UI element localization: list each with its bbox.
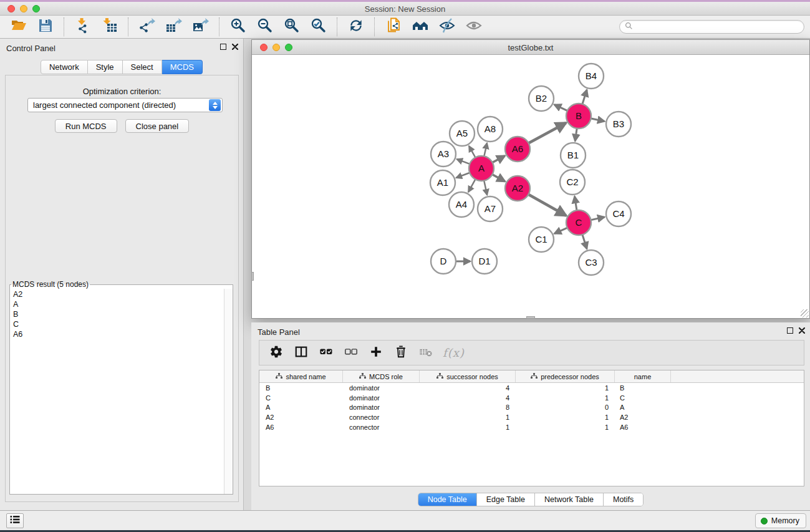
- graph-node-A[interactable]: A: [469, 156, 494, 181]
- column-header-successor-nodes[interactable]: successor nodes: [420, 370, 516, 382]
- network-bottom-scroll-nub[interactable]: [526, 316, 535, 319]
- table-close-panel-icon[interactable]: [799, 327, 805, 334]
- zoom-in-button[interactable]: [224, 17, 251, 37]
- tab-select[interactable]: Select: [123, 60, 162, 74]
- graph-node-A2[interactable]: A2: [505, 176, 530, 201]
- network-resize-grip[interactable]: [801, 309, 809, 317]
- export-network-button[interactable]: [133, 17, 160, 37]
- show-panels-button[interactable]: [6, 513, 24, 528]
- close-panel-icon[interactable]: [232, 44, 238, 50]
- zoom-fit-button[interactable]: [278, 17, 305, 37]
- table-cell[interactable]: dominator: [343, 394, 420, 402]
- table-cell[interactable]: C: [615, 394, 671, 402]
- table-cell[interactable]: A: [259, 404, 343, 411]
- graph-node-B2[interactable]: B2: [529, 86, 554, 111]
- table-cell[interactable]: 4: [420, 384, 516, 392]
- show-columns-button[interactable]: [293, 345, 309, 361]
- mcds-result-item[interactable]: A: [10, 299, 224, 309]
- zoom-selected-button[interactable]: [305, 17, 332, 37]
- memory-button[interactable]: Memory: [755, 513, 806, 528]
- table-cell[interactable]: connector: [343, 414, 420, 421]
- graph-node-A8[interactable]: A8: [478, 117, 503, 142]
- tab-motifs[interactable]: Motifs: [604, 493, 643, 506]
- table-row[interactable]: Adominator80A: [259, 402, 804, 412]
- tab-network-table[interactable]: Network Table: [535, 493, 604, 506]
- graph-node-C[interactable]: C: [566, 210, 591, 235]
- table-cell[interactable]: A: [615, 404, 671, 411]
- import-network-button[interactable]: [69, 17, 96, 37]
- table-row[interactable]: A6connector11A6: [259, 422, 804, 432]
- column-header-name[interactable]: name: [615, 370, 671, 382]
- refresh-button[interactable]: [342, 17, 369, 37]
- graph-node-B3[interactable]: B3: [606, 112, 631, 137]
- table-cell[interactable]: A6: [259, 423, 343, 431]
- save-session-button[interactable]: [32, 17, 59, 37]
- hide-selected-button[interactable]: [433, 17, 460, 37]
- select-all-button[interactable]: [318, 345, 334, 361]
- float-panel-icon[interactable]: [220, 44, 226, 50]
- column-header-predecessor-nodes[interactable]: predecessor nodes: [516, 370, 615, 382]
- table-cell[interactable]: 8: [420, 404, 516, 411]
- table-cell[interactable]: dominator: [343, 404, 420, 411]
- network-window-titlebar[interactable]: testGlobe.txt: [252, 40, 809, 55]
- tab-network[interactable]: Network: [41, 60, 88, 74]
- delete-column-button[interactable]: [393, 345, 409, 361]
- add-column-button[interactable]: [368, 345, 384, 361]
- export-image-button[interactable]: [187, 17, 214, 37]
- table-cell[interactable]: B: [259, 384, 343, 392]
- graph-node-C1[interactable]: C1: [529, 227, 554, 252]
- settings-button[interactable]: [268, 345, 284, 361]
- table-cell[interactable]: 1: [516, 423, 615, 431]
- graph-node-B1[interactable]: B1: [561, 143, 586, 168]
- graph-node-A3[interactable]: A3: [431, 142, 456, 167]
- network-left-scroll-nub[interactable]: [251, 272, 254, 281]
- graph-node-A6[interactable]: A6: [505, 137, 530, 162]
- first-neighbors-button[interactable]: [407, 17, 433, 37]
- table-row[interactable]: A2connector11A2: [259, 412, 804, 422]
- table-cell[interactable]: connector: [343, 423, 420, 431]
- table-float-panel-icon[interactable]: [787, 327, 793, 334]
- graph-node-C4[interactable]: C4: [606, 201, 631, 226]
- network-canvas[interactable]: AA1A3A4A5A7A8A6A2BB1B2B3B4CC1C2C3C4DD1: [252, 56, 809, 318]
- tab-node-table[interactable]: Node Table: [418, 493, 477, 506]
- export-table-button[interactable]: [160, 17, 187, 37]
- graph-node-A7[interactable]: A7: [478, 196, 503, 221]
- table-cell[interactable]: 0: [516, 404, 615, 411]
- graph-node-B[interactable]: B: [566, 104, 591, 128]
- table-cell[interactable]: dominator: [343, 384, 420, 392]
- graph-node-A5[interactable]: A5: [450, 121, 475, 146]
- table-cell[interactable]: B: [615, 384, 671, 392]
- graph-node-C2[interactable]: C2: [560, 170, 585, 195]
- table-cell[interactable]: 1: [516, 394, 615, 402]
- mcds-result-item[interactable]: A6: [10, 329, 224, 339]
- graph-node-C3[interactable]: C3: [579, 250, 604, 275]
- mcds-result-item[interactable]: C: [10, 319, 224, 329]
- run-mcds-button[interactable]: Run MCDS: [55, 119, 117, 133]
- tab-edge-table[interactable]: Edge Table: [477, 493, 535, 506]
- open-file-button[interactable]: [5, 17, 32, 37]
- column-header-shared-name[interactable]: shared name: [259, 370, 343, 382]
- graph-node-B4[interactable]: B4: [579, 64, 604, 89]
- graph-node-A4[interactable]: A4: [449, 192, 474, 217]
- mcds-result-item[interactable]: B: [10, 309, 224, 319]
- mcds-list-scrollbar[interactable]: [224, 289, 233, 494]
- table-row[interactable]: Bdominator41B: [259, 383, 804, 393]
- graph-node-A1[interactable]: A1: [430, 170, 455, 195]
- table-cell[interactable]: 1: [420, 423, 516, 431]
- table-cell[interactable]: 1: [516, 414, 615, 421]
- table-row[interactable]: Cdominator41C: [259, 393, 804, 403]
- show-all-button[interactable]: [460, 17, 487, 37]
- table-cell[interactable]: C: [259, 394, 343, 402]
- graph-node-D[interactable]: D: [431, 249, 456, 274]
- close-panel-button[interactable]: Close panel: [125, 119, 190, 133]
- graph-node-D1[interactable]: D1: [472, 249, 497, 274]
- table-cell[interactable]: 4: [420, 394, 516, 402]
- zoom-out-button[interactable]: [251, 17, 278, 37]
- table-cell[interactable]: A6: [615, 423, 671, 431]
- table-cell[interactable]: 1: [420, 414, 516, 421]
- table-cell[interactable]: A2: [615, 414, 671, 421]
- criterion-select[interactable]: largest connected component (directed): [27, 98, 223, 112]
- tab-style[interactable]: Style: [88, 60, 123, 74]
- new-network-button[interactable]: [380, 17, 407, 37]
- import-table-button[interactable]: [96, 17, 123, 37]
